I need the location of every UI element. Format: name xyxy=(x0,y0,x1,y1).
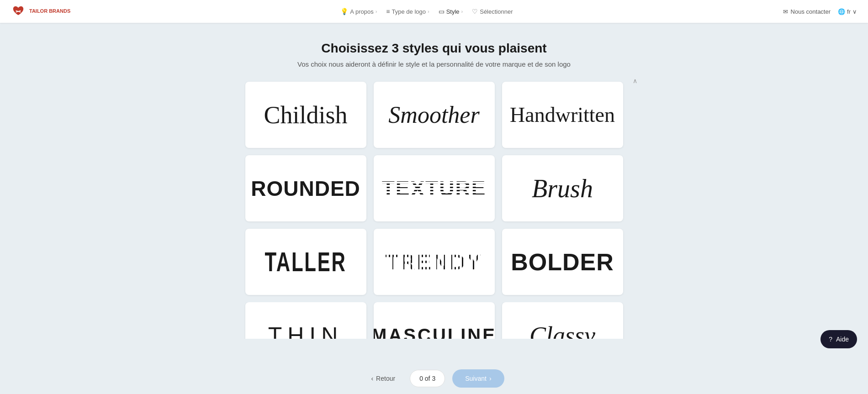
layers-icon: ≡ xyxy=(386,8,390,15)
style-card-texture-label: TEXTURE xyxy=(382,176,487,201)
chevron-right-icon-2: › xyxy=(428,9,429,14)
style-card-taller-label: TALLER xyxy=(265,246,346,278)
back-label: Retour xyxy=(376,375,395,382)
back-button[interactable]: ‹ Retour xyxy=(364,370,402,387)
footer-nav: ‹ Retour 0 of 3 Suivant › xyxy=(0,363,868,394)
style-card-masculine-label: MASCULINE xyxy=(374,325,495,339)
style-card-trendy-label: TRENDY xyxy=(385,250,482,274)
logo-icon xyxy=(11,4,26,19)
chevron-right-icon-3: › xyxy=(461,9,463,14)
main-content: Choisissez 3 styles qui vous plaisent Vo… xyxy=(236,0,632,375)
globe-icon: 🌐 xyxy=(838,8,845,15)
style-card-bolder[interactable]: BOLDER xyxy=(502,229,623,295)
style-card-brush[interactable]: Brush xyxy=(502,155,623,221)
style-grid: Childish Smoother Handwritten ROUNDED TE… xyxy=(236,82,632,295)
chevron-right-icon: › xyxy=(376,9,377,14)
lang-label: fr xyxy=(847,8,851,15)
main-container: Choisissez 3 styles qui vous plaisent Vo… xyxy=(0,0,868,375)
bulb-icon: 💡 xyxy=(340,8,348,15)
scroll-up-indicator: ∧ xyxy=(633,77,637,84)
style-card-rounded[interactable]: ROUNDED xyxy=(245,155,366,221)
next-label: Suivant xyxy=(465,375,487,382)
style-grid-partial: THIN MASCULINE Classy xyxy=(236,302,632,339)
style-card-handwritten-label: Handwritten xyxy=(510,103,615,127)
style-card-bolder-label: BOLDER xyxy=(511,248,614,276)
style-card-classy[interactable]: Classy xyxy=(502,302,623,339)
nav-steps: 💡 A propos › ≡ Type de logo › ▭ Style › … xyxy=(337,6,516,17)
heart-icon: ♡ xyxy=(472,8,478,15)
style-card-thin-label: THIN xyxy=(268,322,344,339)
style-card-childish[interactable]: Childish xyxy=(245,82,366,148)
header-right: ✉ Nous contacter 🌐 fr ∨ xyxy=(783,8,857,15)
chevron-down-icon: ∨ xyxy=(852,8,857,15)
next-button[interactable]: Suivant › xyxy=(452,369,504,388)
nav-step-type-label: Type de logo xyxy=(392,8,426,15)
help-icon: ? xyxy=(829,336,832,343)
page-subtitle: Vos choix nous aideront à définir le sty… xyxy=(297,60,571,68)
style-card-thin[interactable]: THIN xyxy=(245,302,366,339)
logo[interactable]: TAILOR BRANDS xyxy=(11,4,70,19)
help-label: Aide xyxy=(836,336,849,343)
style-card-brush-label: Brush xyxy=(532,174,593,203)
header: TAILOR BRANDS 💡 A propos › ≡ Type de log… xyxy=(0,0,868,23)
style-card-classy-label: Classy xyxy=(529,321,595,339)
contact-label: Nous contacter xyxy=(791,8,831,15)
rect-icon: ▭ xyxy=(439,8,445,15)
back-arrow-icon: ‹ xyxy=(371,375,373,382)
page-title: Choisissez 3 styles qui vous plaisent xyxy=(321,41,546,56)
style-card-smoother[interactable]: Smoother xyxy=(374,82,495,148)
style-card-trendy[interactable]: TRENDY xyxy=(374,229,495,295)
style-card-childish-label: Childish xyxy=(264,101,347,129)
next-arrow-icon: › xyxy=(489,375,492,382)
counter-badge: 0 of 3 xyxy=(410,370,445,387)
nav-step-selectionner-label: Sélectionner xyxy=(480,8,513,15)
logo-text: TAILOR BRANDS xyxy=(29,8,70,14)
nav-step-type[interactable]: ≡ Type de logo › xyxy=(382,6,433,17)
nav-step-style[interactable]: ▭ Style › xyxy=(435,6,467,17)
help-button[interactable]: ? Aide xyxy=(820,330,857,348)
style-card-taller[interactable]: TALLER xyxy=(245,229,366,295)
contact-link[interactable]: ✉ Nous contacter xyxy=(783,8,831,15)
style-card-rounded-label: ROUNDED xyxy=(251,176,360,201)
counter-label: 0 of 3 xyxy=(419,375,435,382)
nav-step-selectionner[interactable]: ♡ Sélectionner xyxy=(468,6,516,17)
style-card-handwritten[interactable]: Handwritten xyxy=(502,82,623,148)
nav-step-apropos-label: A propos xyxy=(350,8,373,15)
style-card-texture[interactable]: TEXTURE xyxy=(374,155,495,221)
style-card-masculine[interactable]: MASCULINE xyxy=(374,302,495,339)
nav-step-style-label: Style xyxy=(446,8,460,15)
nav-step-apropos[interactable]: 💡 A propos › xyxy=(337,6,381,17)
style-card-smoother-label: Smoother xyxy=(388,101,479,128)
email-icon: ✉ xyxy=(783,8,788,15)
lang-selector[interactable]: 🌐 fr ∨ xyxy=(838,8,857,15)
